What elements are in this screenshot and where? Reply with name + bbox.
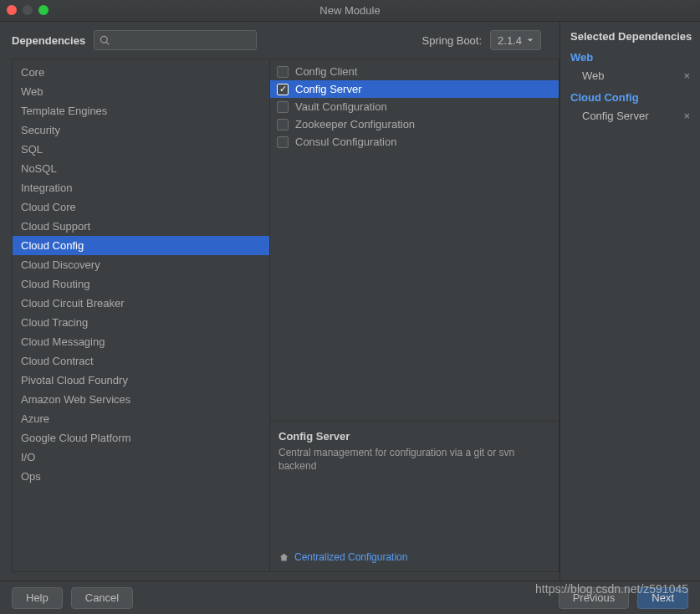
description-link-label: Centralized Configuration [294, 551, 407, 563]
left-panel: Dependencies Spring Boot: 2.1.4 CoreWebT… [0, 22, 559, 581]
dependency-label: Vault Configuration [295, 100, 387, 113]
dependency-item[interactable]: Config Server [270, 80, 559, 98]
dependency-item[interactable]: Consul Configuration [270, 133, 559, 151]
dependency-label: Config Client [295, 65, 357, 78]
dependency-item[interactable]: Config Client [270, 63, 559, 80]
dependency-item[interactable]: Vault Configuration [270, 98, 559, 115]
category-item[interactable]: Cloud Core [13, 197, 269, 217]
description-text: Central management for configuration via… [278, 446, 550, 473]
home-icon [278, 552, 289, 563]
titlebar: New Module [0, 0, 700, 22]
springboot-label: Spring Boot: [422, 34, 483, 47]
search-icon [100, 35, 110, 46]
category-item[interactable]: I/O [13, 448, 269, 467]
selected-item: Web× [570, 67, 695, 84]
selected-item: Config Server× [570, 107, 695, 125]
next-button[interactable]: Next [637, 587, 688, 609]
chevron-down-icon [527, 37, 534, 43]
dependency-list[interactable]: Config ClientConfig ServerVault Configur… [270, 59, 559, 421]
category-item[interactable]: Security [13, 120, 269, 140]
zoom-window-icon[interactable] [38, 5, 49, 15]
category-list[interactable]: CoreWebTemplate EnginesSecuritySQLNoSQLI… [13, 59, 270, 571]
category-item[interactable]: Cloud Discovery [13, 255, 269, 274]
window-controls [7, 5, 49, 15]
selected-group-title: Cloud Config [570, 91, 695, 104]
dependency-label: Config Server [295, 83, 361, 95]
category-item[interactable]: Web [13, 82, 269, 101]
category-item[interactable]: Azure [13, 409, 269, 428]
dependencies-label: Dependencies [12, 34, 85, 47]
springboot-version-value: 2.1.4 [498, 34, 522, 47]
category-item[interactable]: Integration [13, 178, 269, 197]
category-item[interactable]: Core [13, 63, 269, 82]
checkbox-icon[interactable] [277, 66, 289, 78]
minimize-window-icon[interactable] [23, 5, 33, 15]
selected-groups: WebWeb×Cloud ConfigConfig Server× [570, 51, 695, 125]
selected-item-label: Web [582, 69, 605, 82]
search-input[interactable] [94, 30, 257, 50]
category-item[interactable]: Cloud Tracing [13, 313, 269, 332]
remove-icon[interactable]: × [678, 69, 695, 82]
description-panel: Config Server Central management for con… [270, 421, 559, 571]
checkbox-icon[interactable] [277, 136, 289, 148]
category-item[interactable]: Google Cloud Platform [13, 428, 269, 448]
category-item[interactable]: Ops [13, 467, 269, 486]
remove-icon[interactable]: × [678, 110, 695, 122]
help-button[interactable]: Help [12, 587, 63, 609]
close-window-icon[interactable] [7, 5, 17, 15]
selected-item-label: Config Server [582, 110, 648, 122]
columns: CoreWebTemplate EnginesSecuritySQLNoSQLI… [12, 59, 559, 572]
category-item[interactable]: Cloud Routing [13, 274, 269, 294]
footer: Help Cancel Previous Next https://blog.c… [0, 581, 700, 614]
category-item[interactable]: SQL [13, 140, 269, 159]
category-item[interactable]: Cloud Support [13, 217, 269, 236]
checkbox-icon[interactable] [277, 119, 289, 130]
description-link[interactable]: Centralized Configuration [278, 551, 550, 563]
previous-button[interactable]: Previous [559, 587, 630, 609]
category-item[interactable]: Cloud Contract [13, 351, 269, 371]
toolbar-row: Dependencies Spring Boot: 2.1.4 [12, 30, 559, 50]
description-title: Config Server [278, 430, 550, 443]
springboot-version-dropdown[interactable]: 2.1.4 [490, 30, 541, 50]
selected-dependencies-panel: Selected Dependencies WebWeb×Cloud Confi… [559, 22, 700, 581]
category-item[interactable]: Pivotal Cloud Foundry [13, 371, 269, 390]
category-item[interactable]: NoSQL [13, 159, 269, 178]
category-item[interactable]: Cloud Messaging [13, 332, 269, 351]
checkbox-icon[interactable] [277, 84, 289, 95]
main-area: Dependencies Spring Boot: 2.1.4 CoreWebT… [0, 22, 700, 581]
category-item[interactable]: Template Engines [13, 101, 269, 120]
cancel-button[interactable]: Cancel [71, 587, 133, 609]
dependency-label: Consul Configuration [295, 136, 396, 148]
dependency-item[interactable]: Zookeeper Configuration [270, 115, 559, 133]
dependency-column: Config ClientConfig ServerVault Configur… [270, 59, 559, 571]
window-title: New Module [0, 4, 700, 17]
category-item[interactable]: Cloud Circuit Breaker [13, 294, 269, 313]
selected-group-title: Web [570, 51, 695, 64]
checkbox-icon[interactable] [277, 101, 289, 113]
selected-dependencies-title: Selected Dependencies [570, 30, 695, 43]
dependency-label: Zookeeper Configuration [295, 118, 415, 130]
category-item[interactable]: Cloud Config [13, 236, 269, 255]
category-item[interactable]: Amazon Web Services [13, 390, 269, 409]
